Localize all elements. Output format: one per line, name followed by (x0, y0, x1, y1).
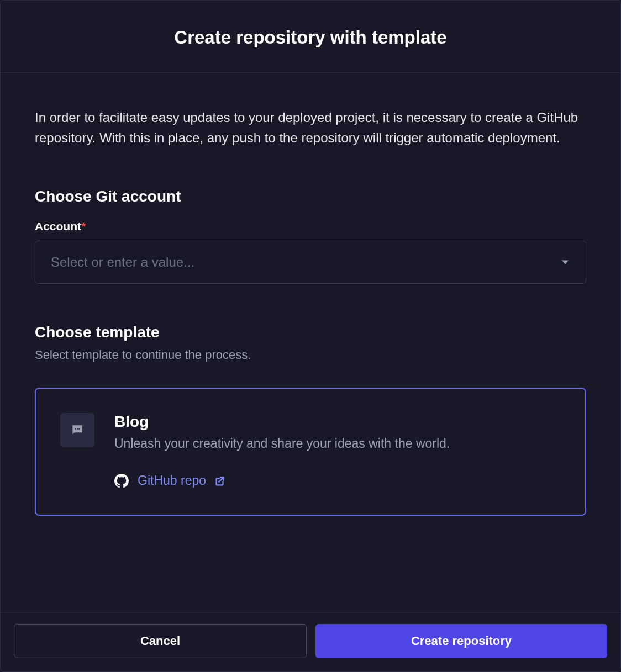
svg-point-2 (78, 428, 80, 430)
svg-point-0 (75, 428, 76, 430)
svg-point-1 (77, 428, 78, 430)
create-repo-modal: Create repository with template In order… (0, 0, 621, 672)
intro-text: In order to facilitate easy updates to y… (35, 107, 586, 148)
github-link-text: GitHub repo (138, 473, 206, 488)
external-link-icon (214, 475, 226, 487)
create-repository-button[interactable]: Create repository (315, 624, 607, 658)
template-icon-box (60, 413, 94, 447)
modal-header: Create repository with template (1, 1, 620, 73)
modal-body: In order to facilitate easy updates to y… (1, 73, 620, 612)
template-title: Blog (114, 413, 561, 431)
github-icon (114, 474, 129, 488)
account-label: Account* (35, 220, 586, 233)
template-subtext: Select template to continue the process. (35, 348, 586, 362)
template-heading: Choose template (35, 324, 586, 341)
modal-footer: Cancel Create repository (1, 612, 620, 671)
chat-icon (70, 423, 85, 437)
template-content: Blog Unleash your creativity and share y… (114, 413, 561, 490)
cancel-button[interactable]: Cancel (14, 624, 307, 658)
account-select-wrapper (35, 241, 586, 284)
account-select[interactable] (35, 241, 586, 284)
git-account-heading: Choose Git account (35, 188, 586, 205)
modal-title: Create repository with template (12, 27, 609, 48)
template-card-blog[interactable]: Blog Unleash your creativity and share y… (35, 388, 586, 516)
required-mark: * (81, 220, 86, 232)
template-description: Unleash your creativity and share your i… (114, 436, 561, 451)
account-label-text: Account (35, 220, 81, 232)
github-repo-link[interactable]: GitHub repo (114, 473, 226, 488)
github-link-content: GitHub repo (138, 473, 226, 488)
